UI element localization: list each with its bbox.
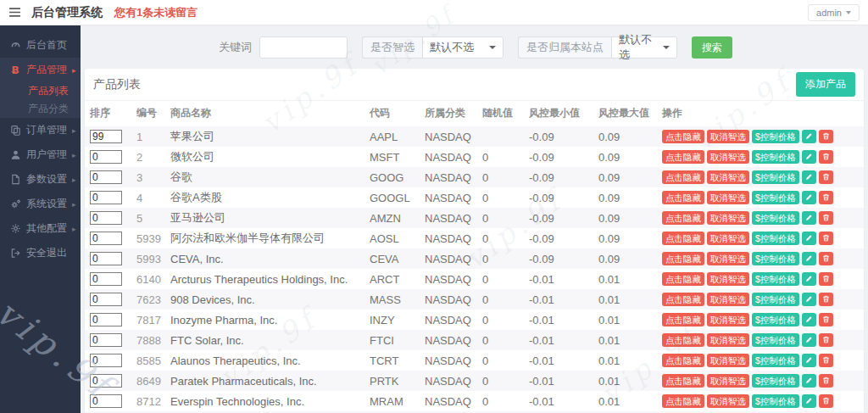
control-price-button[interactable]: $控制价格 <box>752 272 799 287</box>
cancel-featured-button[interactable]: 取消智选 <box>707 252 749 266</box>
delete-button[interactable] <box>819 130 833 143</box>
edit-button[interactable] <box>802 313 816 326</box>
sort-input[interactable] <box>90 211 122 225</box>
sort-input[interactable] <box>90 232 122 245</box>
control-price-button[interactable]: $控制价格 <box>752 130 799 144</box>
edit-button[interactable] <box>802 232 816 245</box>
control-price-button[interactable]: $控制价格 <box>752 313 799 327</box>
delete-button[interactable] <box>819 394 833 408</box>
featured-select[interactable]: 默认不选 <box>422 36 504 59</box>
hide-button[interactable]: 点击隐藏 <box>662 232 704 246</box>
cancel-featured-button[interactable]: 取消智选 <box>707 272 749 287</box>
hide-button[interactable]: 点击隐藏 <box>662 211 704 226</box>
sidebar-item-logout[interactable]: 安全退出 <box>0 241 81 265</box>
delete-button[interactable] <box>819 170 833 184</box>
hide-button[interactable]: 点击隐藏 <box>662 272 704 287</box>
sidebar-item-other-config[interactable]: 其他配置▸ <box>0 216 81 241</box>
control-price-button[interactable]: $控制价格 <box>752 354 799 368</box>
hide-button[interactable]: 点击隐藏 <box>662 150 704 165</box>
hide-button[interactable]: 点击隐藏 <box>662 354 704 368</box>
delete-button[interactable] <box>819 272 833 286</box>
cancel-featured-button[interactable]: 取消智选 <box>707 191 749 205</box>
delete-button[interactable] <box>819 150 833 164</box>
sort-input[interactable] <box>90 293 122 306</box>
cancel-featured-button[interactable]: 取消智选 <box>707 293 749 307</box>
hide-button[interactable]: 点击隐藏 <box>662 394 704 409</box>
cancel-featured-button[interactable]: 取消智选 <box>707 211 749 226</box>
site-select[interactable]: 默认不选 <box>611 36 677 59</box>
delete-button[interactable] <box>819 191 833 204</box>
control-price-button[interactable]: $控制价格 <box>752 211 799 226</box>
control-price-button[interactable]: $控制价格 <box>752 252 799 266</box>
cancel-featured-button[interactable]: 取消智选 <box>707 374 749 388</box>
edit-button[interactable] <box>802 394 816 408</box>
cancel-featured-button[interactable]: 取消智选 <box>707 333 749 348</box>
sidebar-item-product-list[interactable]: 产品列表 <box>0 82 81 100</box>
delete-button[interactable] <box>819 211 833 225</box>
edit-button[interactable] <box>802 374 816 388</box>
hide-button[interactable]: 点击隐藏 <box>662 191 704 205</box>
hide-button[interactable]: 点击隐藏 <box>662 252 704 266</box>
control-price-button[interactable]: $控制价格 <box>752 232 799 246</box>
control-price-button[interactable]: $控制价格 <box>752 191 799 205</box>
delete-button[interactable] <box>819 252 833 265</box>
delete-button[interactable] <box>819 293 833 306</box>
unread-message-link[interactable]: 您有1条未读留言 <box>114 5 198 20</box>
sort-input[interactable] <box>90 354 122 367</box>
cancel-featured-button[interactable]: 取消智选 <box>707 313 749 327</box>
control-price-button[interactable]: $控制价格 <box>752 394 799 409</box>
edit-button[interactable] <box>802 170 816 184</box>
cancel-featured-button[interactable]: 取消智选 <box>707 130 749 144</box>
sidebar-item-system-settings[interactable]: 系统设置▸ <box>0 192 81 216</box>
hide-button[interactable]: 点击隐藏 <box>662 293 704 307</box>
cancel-featured-button[interactable]: 取消智选 <box>707 354 749 368</box>
cancel-featured-button[interactable]: 取消智选 <box>707 394 749 409</box>
hide-button[interactable]: 点击隐藏 <box>662 313 704 327</box>
sort-input[interactable] <box>90 130 122 143</box>
hide-button[interactable]: 点击隐藏 <box>662 130 704 144</box>
edit-button[interactable] <box>802 252 816 265</box>
control-price-button[interactable]: $控制价格 <box>752 293 799 307</box>
sort-input[interactable] <box>90 252 122 265</box>
delete-button[interactable] <box>819 313 833 326</box>
cancel-featured-button[interactable]: 取消智选 <box>707 150 749 165</box>
edit-button[interactable] <box>802 293 816 306</box>
delete-button[interactable] <box>819 333 833 347</box>
hide-button[interactable]: 点击隐藏 <box>662 333 704 348</box>
edit-button[interactable] <box>802 211 816 225</box>
add-product-button[interactable]: 添加产品 <box>796 72 855 97</box>
delete-button[interactable] <box>819 354 833 367</box>
sidebar-item-user-management[interactable]: 用户管理▸ <box>0 142 81 167</box>
sort-input[interactable] <box>90 313 122 326</box>
admin-dropdown[interactable]: admin <box>808 4 860 21</box>
hide-button[interactable]: 点击隐藏 <box>662 170 704 185</box>
edit-button[interactable] <box>802 130 816 143</box>
delete-button[interactable] <box>819 374 833 388</box>
sidebar-item-param-settings[interactable]: 参数设置▸ <box>0 167 81 192</box>
sort-input[interactable] <box>90 374 122 388</box>
sidebar-item-product-management[interactable]: Ƀ产品管理▸ <box>0 58 81 82</box>
cancel-featured-button[interactable]: 取消智选 <box>707 170 749 185</box>
edit-button[interactable] <box>802 150 816 164</box>
sort-input[interactable] <box>90 272 122 286</box>
cancel-featured-button[interactable]: 取消智选 <box>707 232 749 246</box>
edit-button[interactable] <box>802 333 816 347</box>
search-button[interactable]: 搜索 <box>692 36 732 59</box>
edit-button[interactable] <box>802 354 816 367</box>
control-price-button[interactable]: $控制价格 <box>752 170 799 185</box>
sort-input[interactable] <box>90 150 122 164</box>
sidebar-item-product-category[interactable]: 产品分类 <box>0 100 81 118</box>
delete-button[interactable] <box>819 232 833 245</box>
control-price-button[interactable]: $控制价格 <box>752 374 799 388</box>
sidebar-item-home[interactable]: 后台首页 <box>0 33 81 58</box>
sort-input[interactable] <box>90 333 122 347</box>
keyword-input[interactable] <box>259 36 348 59</box>
sort-input[interactable] <box>90 191 122 204</box>
edit-button[interactable] <box>802 272 816 286</box>
control-price-button[interactable]: $控制价格 <box>752 333 799 348</box>
control-price-button[interactable]: $控制价格 <box>752 150 799 165</box>
hide-button[interactable]: 点击隐藏 <box>662 374 704 388</box>
menu-icon[interactable] <box>8 7 21 18</box>
sort-input[interactable] <box>90 394 122 408</box>
sidebar-item-order-management[interactable]: 订单管理▸ <box>0 118 81 142</box>
